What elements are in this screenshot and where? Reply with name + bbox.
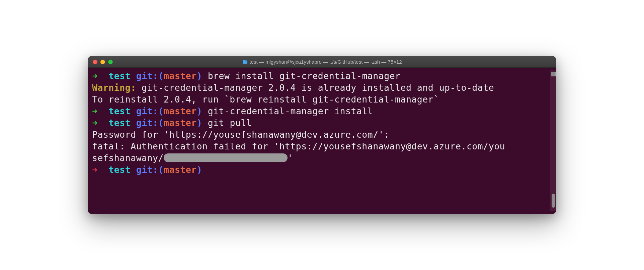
terminal-window: test — mlgyshan@sjca1yshapro — ../s/GitH… xyxy=(88,56,556,214)
prompt-line-2: ➜ test git:(master) git-credential-manag… xyxy=(92,106,550,117)
window-title: test — mlgyshan@sjca1yshapro — ../s/GitH… xyxy=(250,59,402,65)
prompt-line-3: ➜ test git:(master) git pull xyxy=(92,117,550,129)
paren-open: ( xyxy=(158,106,164,116)
traffic-lights xyxy=(93,60,113,64)
prompt-line-4[interactable]: ➜ test git:(master) xyxy=(92,164,550,176)
prompt-arrow-icon: ➜ xyxy=(92,71,97,81)
prompt-arrow-error-icon: ➜ xyxy=(92,164,97,175)
output-password: Password for 'https://yousefshanawany@de… xyxy=(92,129,550,141)
paren-open: ( xyxy=(158,118,164,128)
prompt-branch: master xyxy=(164,71,197,81)
command-3: git pull xyxy=(208,118,252,128)
paren-close: ) xyxy=(197,106,202,116)
prompt-branch: master xyxy=(164,164,197,175)
blank-line-2 xyxy=(92,188,550,199)
blank-line-1 xyxy=(92,176,550,188)
blank-line-3 xyxy=(92,199,550,211)
prompt-line-1: ➜ test git:(master) brew install git-cre… xyxy=(92,70,550,82)
prompt-branch: master xyxy=(164,106,197,116)
terminal-body[interactable]: ➜ test git:(master) brew install git-cre… xyxy=(88,68,556,214)
command-2: git-credential-manager install xyxy=(208,106,373,116)
prompt-branch: master xyxy=(164,118,197,128)
warning-label: Warning: xyxy=(92,82,136,93)
output-warning: Warning: git-credential-manager 2.0.4 is… xyxy=(92,82,550,94)
paren-close: ) xyxy=(197,164,202,175)
fatal-b-suffix: ' xyxy=(288,153,293,163)
command-1: brew install git-credential-manager xyxy=(208,71,401,81)
folder-icon xyxy=(242,60,248,64)
output-reinstall: To reinstall 2.0.4, run `brew reinstall … xyxy=(92,94,550,106)
fatal-b-prefix: sefshanawany/ xyxy=(92,153,164,163)
prompt-git-label: git: xyxy=(136,118,158,128)
minimize-button[interactable] xyxy=(100,60,105,64)
warning-text: git-credential-manager 2.0.4 is already … xyxy=(136,82,494,93)
scroll-thumb[interactable] xyxy=(552,194,555,208)
paren-open: ( xyxy=(158,71,164,81)
terminal-content[interactable]: ➜ test git:(master) brew install git-cre… xyxy=(92,70,550,211)
close-button[interactable] xyxy=(93,60,97,64)
scrollbar[interactable] xyxy=(550,70,556,211)
paren-close: ) xyxy=(197,71,202,81)
prompt-git-label: git: xyxy=(136,71,158,81)
output-fatal-b: sefshanawany/' xyxy=(92,152,550,164)
paren-close: ) xyxy=(197,118,202,128)
prompt-dir: test xyxy=(108,164,131,175)
paren-open: ( xyxy=(158,164,164,175)
window-title-wrap: test — mlgyshan@sjca1yshapro — ../s/GitH… xyxy=(88,59,556,65)
titlebar[interactable]: test — mlgyshan@sjca1yshapro — ../s/GitH… xyxy=(88,56,556,68)
redacted-blob xyxy=(164,153,288,162)
prompt-git-label: git: xyxy=(136,164,158,175)
scroll-top-marker xyxy=(551,72,556,76)
prompt-git-label: git: xyxy=(136,106,158,116)
prompt-dir: test xyxy=(108,118,131,128)
maximize-button[interactable] xyxy=(108,60,113,64)
output-fatal-a: fatal: Authentication failed for 'https:… xyxy=(92,141,550,152)
prompt-arrow-icon: ➜ xyxy=(92,106,97,116)
prompt-dir: test xyxy=(108,71,131,81)
prompt-dir: test xyxy=(108,106,131,116)
prompt-arrow-icon: ➜ xyxy=(92,118,97,128)
